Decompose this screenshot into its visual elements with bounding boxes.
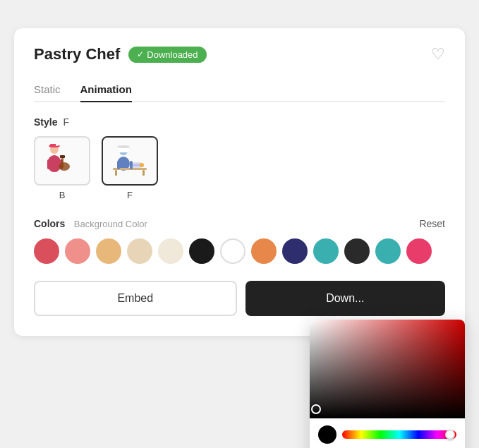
title-row: Pastry Chef ✓ Downloaded bbox=[34, 45, 207, 63]
tab-animation[interactable]: Animation bbox=[80, 78, 132, 102]
tab-bar: Static Animation bbox=[34, 78, 445, 102]
thumbnail-b-box[interactable] bbox=[34, 136, 90, 186]
card-title: Pastry Chef bbox=[34, 45, 120, 63]
embed-button[interactable]: Embed bbox=[34, 281, 237, 316]
downloaded-badge: ✓ Downloaded bbox=[128, 47, 206, 63]
hue-slider[interactable] bbox=[342, 430, 456, 439]
swatch-0[interactable] bbox=[34, 238, 59, 264]
color-picker-popup bbox=[310, 320, 465, 448]
svg-rect-2 bbox=[47, 159, 50, 169]
heart-icon: ♡ bbox=[431, 45, 445, 63]
swatch-1[interactable] bbox=[65, 238, 90, 264]
card-header: Pastry Chef ✓ Downloaded ♡ bbox=[34, 45, 445, 63]
illustration-f-svg bbox=[109, 144, 150, 178]
svg-point-21 bbox=[117, 145, 130, 148]
swatch-10[interactable] bbox=[344, 238, 370, 264]
check-icon: ✓ bbox=[137, 49, 144, 59]
color-swatches bbox=[34, 238, 445, 264]
swatch-7[interactable] bbox=[251, 238, 277, 264]
bg-color-label: Background Color bbox=[74, 219, 147, 229]
svg-rect-16 bbox=[132, 164, 140, 167]
style-thumbnails: B bbox=[34, 136, 445, 200]
swatch-4[interactable] bbox=[158, 238, 183, 264]
style-label-row: Style F bbox=[34, 116, 445, 128]
colors-label-group: Colors Background Color bbox=[34, 217, 147, 230]
hue-row bbox=[318, 425, 456, 444]
illustration-b-svg bbox=[42, 144, 83, 178]
colors-heading: Colors bbox=[34, 218, 65, 229]
downloaded-label: Downloaded bbox=[147, 49, 198, 60]
tab-static[interactable]: Static bbox=[34, 78, 61, 102]
download-button[interactable]: Down... bbox=[245, 281, 446, 316]
svg-rect-6 bbox=[60, 155, 65, 158]
svg-rect-18 bbox=[117, 161, 120, 169]
swatch-6[interactable] bbox=[220, 238, 245, 264]
style-heading: Style bbox=[34, 116, 57, 128]
svg-point-4 bbox=[59, 162, 70, 171]
thumbnail-f-item: F bbox=[102, 136, 158, 200]
swatch-12[interactable] bbox=[406, 238, 432, 264]
style-current-value: F bbox=[63, 116, 69, 128]
swatch-11[interactable] bbox=[375, 238, 401, 264]
svg-rect-14 bbox=[143, 170, 145, 176]
thumbnail-b-item: B bbox=[34, 136, 90, 200]
reset-button[interactable]: Reset bbox=[419, 218, 445, 229]
svg-rect-5 bbox=[61, 157, 63, 168]
svg-rect-13 bbox=[115, 170, 117, 176]
thumbnail-f-label: F bbox=[127, 190, 133, 200]
swatch-2[interactable] bbox=[96, 238, 121, 264]
gradient-cursor bbox=[311, 404, 321, 414]
color-preview-circle bbox=[318, 425, 336, 444]
main-card: Pastry Chef ✓ Downloaded ♡ Static Animat… bbox=[14, 28, 465, 336]
thumbnail-b-label: B bbox=[59, 190, 66, 200]
swatch-3[interactable] bbox=[127, 238, 152, 264]
svg-rect-19 bbox=[130, 161, 133, 169]
color-gradient-area[interactable] bbox=[310, 320, 465, 418]
color-picker-bottom bbox=[310, 418, 465, 448]
swatch-9[interactable] bbox=[313, 238, 339, 264]
action-buttons: Embed Down... bbox=[34, 281, 445, 316]
favorite-button[interactable]: ♡ bbox=[431, 47, 445, 62]
hue-slider-thumb bbox=[445, 430, 455, 440]
swatch-8[interactable] bbox=[282, 238, 308, 264]
colors-header-row: Colors Background Color Reset bbox=[34, 217, 445, 230]
thumbnail-f-box[interactable] bbox=[102, 136, 158, 186]
svg-point-17 bbox=[140, 163, 144, 167]
swatch-5[interactable] bbox=[189, 238, 214, 264]
